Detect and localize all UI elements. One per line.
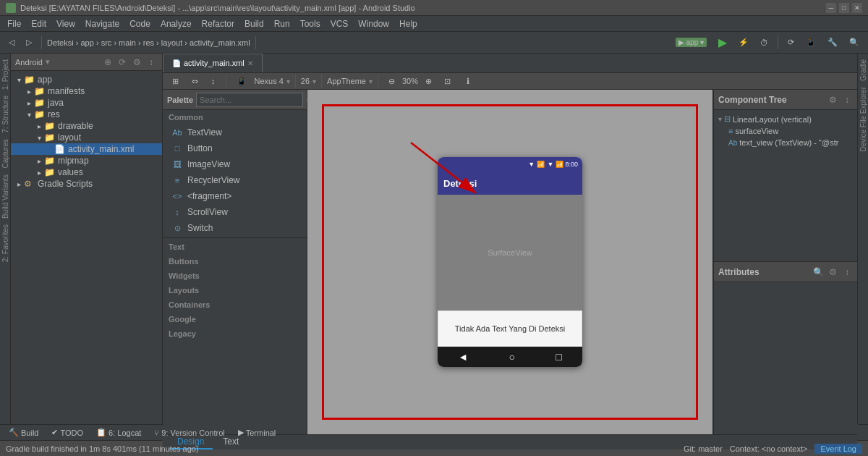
palette-search-input[interactable] — [196, 93, 303, 107]
ct-settings-btn[interactable]: ⚙ — [826, 93, 839, 106]
event-log-btn[interactable]: Event Log — [814, 444, 862, 454]
sync-icon[interactable]: ⟳ — [116, 56, 129, 69]
build-btn[interactable]: 🔨 Build — [3, 426, 44, 440]
tree-item-java[interactable]: ▸ 📁 java — [11, 97, 162, 109]
menu-bar: File Edit View Navigate Code Analyze Ref… — [0, 16, 868, 32]
run-button[interactable]: ▶ — [714, 35, 731, 51]
expand-icon[interactable]: ↕ — [145, 56, 158, 69]
device-dropdown-icon[interactable]: ▾ — [286, 77, 290, 85]
menu-window[interactable]: Window — [354, 17, 393, 30]
tree-item-manifests[interactable]: ▸ 📁 manifests — [11, 85, 162, 97]
menu-navigate[interactable]: Navigate — [81, 17, 124, 30]
zoom-out-btn[interactable]: ⊖ — [383, 73, 400, 89]
avd-button[interactable]: 📱 — [801, 35, 820, 51]
tree-item-app[interactable]: ▾ 📁 app — [11, 74, 162, 85]
tab-activity-main[interactable]: 📄 activity_main.xml ✕ — [163, 54, 263, 72]
zoom-fit-btn[interactable]: ⊡ — [439, 73, 456, 89]
palette-cat-google[interactable]: Google — [163, 312, 307, 326]
close-button[interactable]: ✕ — [852, 3, 862, 13]
status-message: Gradle build finished in 1m 8s 401ms (11… — [6, 444, 199, 453]
palette-cat-layouts[interactable]: Layouts — [163, 283, 307, 297]
menu-build[interactable]: Build — [240, 17, 268, 30]
palette-item-switch[interactable]: ⊙ Switch — [163, 220, 307, 236]
window-controls: ─ □ ✕ — [826, 3, 862, 13]
run-app-selector[interactable]: ▶ app ▾ — [671, 35, 711, 51]
menu-edit[interactable]: Edit — [27, 17, 51, 30]
forward-button[interactable]: ▷ — [22, 35, 36, 51]
menu-run[interactable]: Run — [270, 17, 294, 30]
menu-code[interactable]: Code — [125, 17, 155, 30]
terminal-btn[interactable]: ▶ Terminal — [232, 426, 282, 440]
profile-button[interactable]: ⏱ — [756, 35, 773, 51]
sidebar-label-structure[interactable]: 7: Structure — [1, 93, 9, 136]
zoom-in-btn[interactable]: ⊕ — [420, 73, 437, 89]
menu-file[interactable]: File — [3, 17, 25, 30]
sidebar-label-build-variants[interactable]: Build Variants — [1, 172, 9, 221]
android-dropdown-icon[interactable]: ▾ — [46, 57, 50, 67]
palette-cat-legacy[interactable]: Legacy — [163, 326, 307, 341]
sidebar-label-project[interactable]: 1: Project — [1, 56, 9, 93]
palette-item-scrollview[interactable]: ↕ ScrollView — [163, 204, 307, 220]
palette-cat-buttons[interactable]: Buttons — [163, 254, 307, 269]
debug-button[interactable]: ⚡ — [734, 35, 753, 51]
tree-item-values[interactable]: ▸ 📁 values — [11, 166, 162, 178]
menu-help[interactable]: Help — [395, 17, 422, 30]
todo-btn[interactable]: ✔ TODO — [46, 426, 89, 440]
ct-icon-textview: Ab — [728, 139, 737, 147]
sidebar-label-device-file[interactable]: Device File Explorer — [859, 84, 867, 154]
design-canvas: ▼ 📶 ▼ 📶 8:00 Deteksi SurfaceView — [307, 90, 712, 434]
tree-item-drawable[interactable]: ▸ 📁 drawable — [11, 120, 162, 132]
tree-item-activity-main[interactable]: 📄 activity_main.xml — [11, 143, 162, 155]
device-type-btn[interactable]: 📱 — [231, 73, 252, 89]
tree-arrow-values: ▸ — [34, 169, 44, 177]
back-button[interactable]: ◁ — [4, 35, 19, 51]
palette-item-fragment[interactable]: <> <fragment> — [163, 188, 307, 204]
tree-item-layout[interactable]: ▾ 📁 layout — [11, 132, 162, 143]
menu-tools[interactable]: Tools — [296, 17, 325, 30]
logcat-btn[interactable]: 📋 6: Logcat — [90, 426, 147, 440]
theme-dropdown-icon[interactable]: ▾ — [369, 77, 373, 85]
palette-item-button[interactable]: □ Button — [163, 140, 307, 156]
palette-cat-text[interactable]: Text — [163, 240, 307, 254]
maximize-button[interactable]: □ — [839, 3, 849, 13]
settings-icon[interactable]: ⚙ — [130, 56, 143, 69]
ct-expand-btn[interactable]: ↕ — [841, 93, 854, 106]
tab-close-activity-main[interactable]: ✕ — [247, 59, 253, 67]
design-constraint-btn[interactable]: ⇔ — [187, 73, 203, 89]
palette-item-imageview[interactable]: 🖼 ImageView — [163, 156, 307, 172]
attr-settings-btn[interactable]: ⚙ — [826, 266, 839, 279]
ct-item-surfaceview[interactable]: ≡ surfaceView — [717, 125, 855, 137]
design-orientation-btn[interactable]: ⊞ — [167, 73, 184, 89]
sdk-button[interactable]: 🔧 — [823, 35, 842, 51]
tree-item-gradle[interactable]: ▸ ⚙ Gradle Scripts — [11, 178, 162, 190]
tree-item-mipmap[interactable]: ▸ 📁 mipmap — [11, 155, 162, 166]
menu-vcs[interactable]: VCS — [326, 17, 353, 30]
api-dropdown-icon[interactable]: ▾ — [312, 77, 316, 85]
palette-item-textview[interactable]: Ab TextView — [163, 124, 307, 140]
tree-arrow-app: ▾ — [14, 76, 24, 84]
menu-analyze[interactable]: Analyze — [156, 17, 196, 30]
sidebar-label-captures[interactable]: Captures — [1, 136, 9, 172]
attributes-header: Attributes 🔍 ⚙ ↕ — [714, 262, 858, 282]
palette-cat-common[interactable]: Common — [163, 110, 307, 124]
palette-cat-containers[interactable]: Containers — [163, 297, 307, 312]
menu-view[interactable]: View — [52, 17, 80, 30]
ct-item-textview[interactable]: Ab text_view (TextView) - "@str — [717, 137, 855, 148]
search-button[interactable]: 🔍 — [845, 35, 864, 51]
sidebar-label-gradle[interactable]: Gradle — [859, 56, 867, 84]
add-icon[interactable]: ⊕ — [101, 56, 114, 69]
minimize-button[interactable]: ─ — [826, 3, 836, 13]
version-control-btn[interactable]: ⑂ 9: Version Control — [148, 426, 230, 440]
attr-search-btn[interactable]: 🔍 — [812, 266, 825, 279]
attr-expand-btn[interactable]: ↕ — [841, 266, 854, 279]
menu-refactor[interactable]: Refactor — [197, 17, 239, 30]
tree-item-res[interactable]: ▾ 📁 res — [11, 109, 162, 120]
palette-cat-widgets[interactable]: Widgets — [163, 269, 307, 283]
component-tree-content: ▾ ⊟ LinearLayout (vertical) ≡ surfaceVie… — [714, 110, 858, 261]
sync-button[interactable]: ⟳ — [783, 35, 799, 51]
sidebar-label-favorites[interactable]: 2: Favorites — [1, 221, 9, 265]
ct-item-linearlayout[interactable]: ▾ ⊟ LinearLayout (vertical) — [717, 113, 855, 125]
design-guide-btn[interactable]: ↕ — [206, 73, 221, 89]
info-btn[interactable]: ℹ — [461, 73, 475, 89]
palette-item-recyclerview[interactable]: ≡ RecyclerView — [163, 172, 307, 188]
